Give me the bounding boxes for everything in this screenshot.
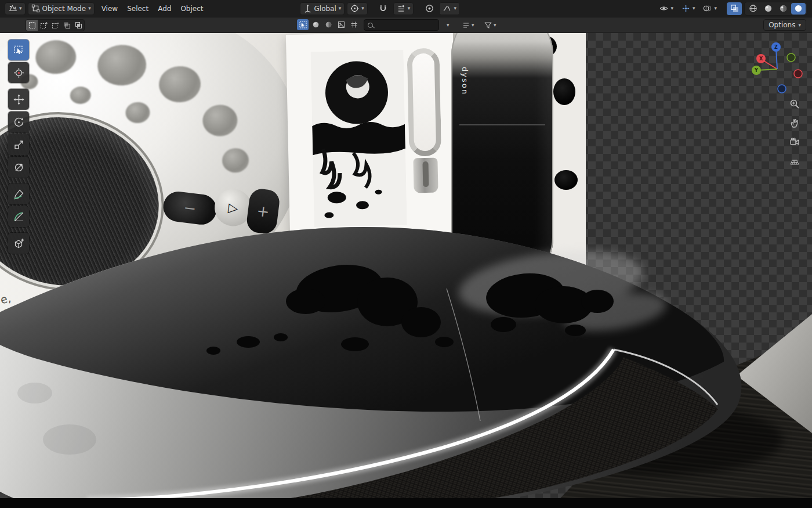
blender-window: ▾ Object Mode ▾ View Select Add Object G… — [0, 0, 812, 508]
overlays-button[interactable]: ▾ — [700, 2, 720, 15]
search-options-dropdown[interactable]: ▾ — [444, 19, 452, 31]
display-toggle-texture[interactable] — [335, 19, 347, 30]
search-input[interactable] — [376, 21, 435, 29]
shading-material-icon — [779, 4, 788, 13]
zoom-icon — [789, 99, 800, 109]
display-toggle-group — [297, 19, 360, 30]
transform-orientation-button[interactable]: Global ▾ — [300, 2, 345, 15]
pan-button[interactable] — [786, 115, 803, 131]
toggle-xray-icon — [730, 4, 739, 13]
texture-icon — [338, 21, 345, 28]
annotate-pen-icon — [13, 189, 24, 200]
camera-icon — [789, 137, 800, 147]
axis-z-label: Z — [774, 45, 778, 50]
toolbar — [8, 39, 29, 254]
gizmos-button[interactable]: ▾ — [679, 2, 698, 15]
toggle-xray-button[interactable] — [727, 2, 742, 15]
snap-target-button[interactable]: ▾ — [393, 2, 414, 15]
options-label: Options — [768, 21, 795, 29]
axis-z-negative[interactable] — [778, 85, 786, 93]
chevron-down-icon: ▾ — [670, 6, 673, 11]
chevron-down-icon: ▾ — [408, 6, 411, 11]
scale-icon — [13, 139, 24, 150]
speaker-model — [0, 227, 741, 508]
search-field[interactable] — [364, 19, 439, 31]
3d-viewport[interactable]: − ▷ + — [0, 33, 812, 508]
shading-rendered-icon — [794, 4, 803, 13]
camera-view-button[interactable] — [786, 134, 803, 150]
pan-hand-icon — [789, 118, 800, 128]
tool-add-cube[interactable] — [8, 233, 29, 254]
select-mode-intersect[interactable] — [72, 20, 84, 31]
select-extend-icon — [40, 21, 48, 29]
select-mode-subtract[interactable] — [49, 20, 61, 31]
tool-measure[interactable] — [8, 206, 29, 227]
tool-annotate[interactable] — [8, 183, 29, 204]
zoom-button[interactable] — [786, 96, 803, 112]
shading-solid-icon — [764, 4, 773, 13]
axis-y-negative[interactable] — [787, 53, 795, 62]
proportional-falloff-button[interactable]: ▾ — [439, 2, 460, 15]
shading-rendered-button[interactable] — [791, 3, 806, 15]
rotate-icon — [13, 117, 24, 128]
render-letterbox-bar — [0, 498, 812, 508]
tool-transform[interactable] — [8, 157, 29, 178]
search-icon — [368, 23, 373, 28]
perspective-toggle-button[interactable] — [786, 153, 803, 170]
display-toggle-material[interactable] — [322, 19, 334, 30]
viewport-header: ▾ Object Mode ▾ View Select Add Object G… — [0, 0, 812, 17]
axis-x-negative[interactable] — [794, 70, 802, 78]
select-set-icon — [28, 21, 36, 29]
shading-solid-button[interactable] — [761, 3, 775, 15]
proportional-editing-button[interactable] — [422, 2, 437, 15]
overlays-icon — [703, 4, 712, 13]
grid-icon — [350, 21, 358, 28]
chevron-down-icon: ▾ — [19, 6, 22, 11]
menu-object[interactable]: Object — [176, 2, 208, 15]
options-button[interactable]: Options ▾ — [763, 19, 806, 31]
shading-wireframe-button[interactable] — [746, 3, 760, 15]
chevron-down-icon: ▾ — [447, 23, 449, 28]
chevron-down-icon: ▾ — [361, 6, 364, 11]
menu-add[interactable]: Add — [153, 2, 176, 15]
tool-rotate[interactable] — [8, 111, 29, 132]
axis-x-label: X — [759, 56, 763, 62]
display-toggle-sphere[interactable] — [310, 19, 321, 30]
display-toggle-select[interactable] — [297, 19, 309, 30]
filter-dropdown[interactable]: ▾ — [481, 19, 499, 31]
snap-toggle-button[interactable] — [376, 2, 391, 15]
menu-select[interactable]: Select — [122, 2, 153, 15]
toolbar-gap — [8, 229, 29, 231]
tool-move[interactable] — [8, 89, 29, 110]
display-mode-dropdown[interactable]: ▾ — [459, 19, 477, 31]
viewport-display-cluster: ▾ ▾ ▾ — [657, 2, 807, 16]
select-mode-invert[interactable] — [61, 20, 72, 31]
select-mode-set[interactable] — [26, 20, 38, 31]
perspective-grid-icon — [789, 156, 800, 167]
navigation-gizmo[interactable]: Z X Y — [752, 40, 807, 96]
pivot-point-button[interactable]: ▾ — [347, 2, 368, 15]
shading-material-button[interactable] — [776, 3, 791, 15]
toolbar-gap — [8, 85, 29, 87]
mode-selector[interactable]: Object Mode ▾ — [28, 2, 95, 15]
proportional-editing-icon — [425, 4, 434, 13]
toolbar-gap — [8, 179, 29, 182]
editor-type-button[interactable]: ▾ — [5, 2, 26, 15]
object-types-visibility-button[interactable]: ▾ — [657, 2, 676, 15]
select-invert-icon — [63, 21, 71, 29]
object-types-visibility-icon — [659, 4, 668, 13]
menu-view[interactable]: View — [97, 2, 122, 15]
tool-select-box[interactable] — [8, 39, 29, 60]
falloff-curve-icon — [443, 4, 451, 13]
tool-cursor[interactable] — [8, 62, 29, 83]
transform-icon — [13, 162, 24, 173]
select-cursor-icon — [299, 21, 307, 28]
chevron-down-icon: ▾ — [454, 6, 456, 11]
select-mode-extend[interactable] — [38, 20, 49, 31]
pivot-point-icon — [350, 4, 359, 13]
measure-icon — [13, 211, 24, 222]
chevron-down-icon: ▾ — [472, 23, 474, 28]
tool-scale[interactable] — [8, 134, 29, 155]
tool-settings-bar: ▾ ▾ ▾ Options ▾ — [0, 17, 812, 33]
display-toggle-grid[interactable] — [348, 19, 360, 30]
